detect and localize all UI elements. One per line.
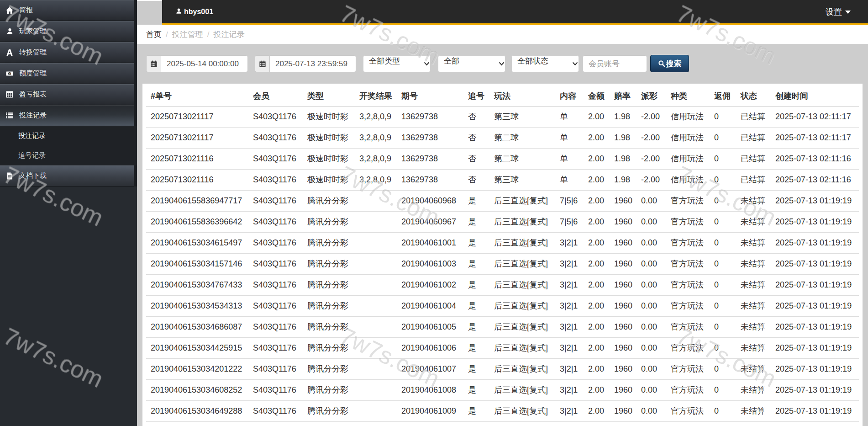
table-cell: -2.00 [637,128,666,149]
status-select[interactable]: 全部状态 [511,55,579,72]
table-cell: 腾讯分分彩 [303,401,355,422]
table-cell: 2025-07-13 02:11:17 [771,128,859,149]
table-cell: 腾讯分分彩 [303,359,355,380]
table-cell: S403Q1176 [248,338,303,359]
table-cell [355,317,397,338]
table-cell: 后三直选[复式] [489,359,555,380]
table-cell: 201904061006 [397,338,463,359]
table-cell: 腾讯分分彩 [303,254,355,275]
navbar-user-menu[interactable]: hbys001 [176,8,213,16]
table-cell: 腾讯分分彩 [303,380,355,401]
table-cell: 20190406153034534313 [146,296,248,317]
type-select[interactable]: 全部类型 [363,55,431,72]
breadcrumb-home-link[interactable]: 首页 [146,30,162,39]
table-cell: 20190406153034615497 [146,233,248,254]
table-cell: 2025-07-13 02:11:17 [771,106,859,128]
sidebar-item-file[interactable]: 文档下载 [0,165,134,186]
table-cell: 20190406153034686087 [146,317,248,338]
table-row: 20190406153034425915S403Q1176腾讯分分彩201904… [146,338,859,359]
sidebar-submenu: 投注记录追号记录 [0,126,137,165]
table-cell: 未结算 [736,338,771,359]
table-cell: 未结算 [736,212,771,233]
table-cell: 20190406153034608252 [146,380,248,401]
table-cell: 官方玩法 [666,338,710,359]
table-cell: 是 [463,359,489,380]
sidebar-item-list[interactable]: 投注记录 [0,105,134,126]
caret-down-icon [845,11,851,14]
sidebar-subitem[interactable]: 追号记录 [0,146,134,165]
column-header: 金额 [584,86,610,106]
table-cell: 是 [463,275,489,296]
scope-select[interactable]: 全部 [438,55,505,72]
table-cell: 0 [710,338,736,359]
table-cell: 官方玩法 [666,401,710,422]
table-cell: S403Q1176 [248,170,303,191]
search-button[interactable]: 搜索 [650,55,689,72]
table-cell: 未结算 [736,359,771,380]
table-cell: 是 [463,317,489,338]
sidebar-item-user[interactable]: 玩家管理 [0,21,134,42]
table-cell: 官方玩法 [666,317,710,338]
table-cell: 极速时时彩 [303,106,355,128]
sidebar-toggle-button[interactable] [137,1,162,25]
sidebar-item-home[interactable]: 简报 [0,0,134,21]
table-cell: 0 [710,296,736,317]
sidebar-item-table[interactable]: 盈亏报表 [0,84,134,105]
table-cell: 0 [710,191,736,212]
table-cell: 1.98 [610,170,637,191]
table-cell: 0 [710,401,736,422]
sidebar-item-label: 额度管理 [19,69,47,78]
table-cell [355,296,397,317]
table-cell: 0.00 [637,380,666,401]
table-cell [355,275,397,296]
table-cell: S403Q1176 [248,254,303,275]
table-cell: 是 [463,191,489,212]
table-cell: 1960 [610,254,637,275]
member-account-input[interactable] [583,55,647,72]
table-cell: 腾讯分分彩 [303,338,355,359]
table-cell: 201904061002 [397,275,463,296]
sidebar-item-font-a[interactable]: 转换管理 [0,42,134,63]
search-button-label: 搜索 [666,59,682,69]
table-cell: -2.00 [637,170,666,191]
column-header: 创建时间 [771,86,859,106]
table-cell: 否 [463,128,489,149]
table-cell: 后三直选[复式] [489,254,555,275]
table-cell: 1960 [610,191,637,212]
table-row: 20190406153034686087S403Q1176腾讯分分彩201904… [146,317,859,338]
table-cell: 2025-07-13 01:19:19 [771,191,859,212]
breadcrumb: 首页/投注管理/投注记录 [146,29,244,40]
table-cell: 2025-07-13 01:19:19 [771,296,859,317]
table-cell: 0 [710,317,736,338]
table-cell: 否 [463,149,489,170]
sidebar-item-money[interactable]: 0额度管理 [0,63,134,84]
date-to-input[interactable] [269,55,356,72]
table-cell: 极速时时彩 [303,128,355,149]
settings-menu[interactable]: 设置 [826,0,851,23]
table-cell: 已结算 [736,149,771,170]
table-cell: 官方玩法 [666,296,710,317]
date-from-input[interactable] [161,55,248,72]
table-cell: 1960 [610,401,637,422]
table-cell: 1.98 [610,149,637,170]
table-cell: 13629738 [397,170,463,191]
column-header: 赔率 [610,86,637,106]
table-cell: 0 [710,380,736,401]
table-cell: 是 [463,296,489,317]
table-cell: 201904061005 [397,317,463,338]
breadcrumb-band: 首页/投注管理/投注记录 [137,25,868,44]
table-cell: 2.00 [584,296,610,317]
table-row: 20190406153034649288S403Q1176腾讯分分彩201904… [146,401,859,422]
table-cell: 0 [710,275,736,296]
table-cell: 2.00 [584,128,610,149]
table-cell: 201904061008 [397,380,463,401]
table-cell: 未结算 [736,254,771,275]
sidebar-subitem[interactable]: 投注记录 [0,126,134,146]
table-cell: 20190406153034767433 [146,275,248,296]
breadcrumb-separator: / [203,30,214,39]
table-cell: 2025-07-13 01:19:19 [771,317,859,338]
sidebar-item-label: 转换管理 [19,48,47,57]
table-cell: 0.00 [637,359,666,380]
column-header: 玩法 [489,86,555,106]
table-cell: 官方玩法 [666,359,710,380]
